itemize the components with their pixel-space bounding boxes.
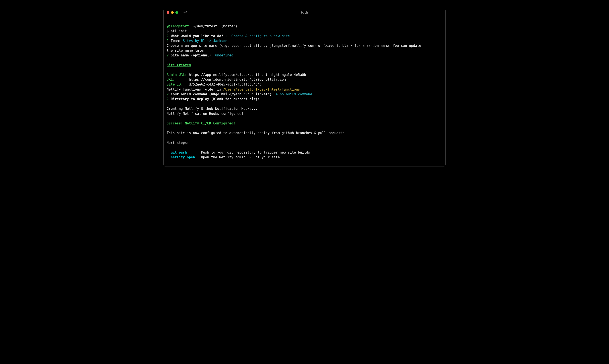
question-label: What would you like to do? [171,34,223,38]
hooks-done: Netlify Notification Hooks configured! [167,111,442,116]
step-command: netlify open [171,155,195,159]
step-description: Push to your git repository to trigger n… [201,151,310,155]
site-id-label: Site ID: [167,82,183,86]
zoom-button[interactable] [175,11,178,14]
admin-url-label: Admin URL: [167,73,187,77]
question-label: Your build command (hugo build/yarn run … [171,92,274,96]
question-site-name: ? Site name (optional): undefined [167,53,442,58]
question-build-command: ? Your build command (hugo build/yarn ru… [167,92,442,97]
question-mark-icon: ? [167,39,169,43]
command-text: ntl init [171,29,187,33]
question-mark-icon: ? [167,53,169,57]
close-button[interactable] [167,11,169,14]
terminal-window: ⌥⌘1 bash @jlengstorf: ~/dev/fntest (mast… [163,9,446,167]
question-mark-icon: ? [167,97,169,101]
prompt-symbol: $ [167,29,169,33]
question-mark-icon: ? [167,34,169,38]
question-answer: Sites by Blitz Jackson [183,39,227,43]
hooks-creating: Creating Netlify Github Notification Hoo… [167,106,442,111]
prompt-path: ~/dev/fntest [193,24,217,28]
titlebar: ⌥⌘1 bash [164,9,445,16]
step-description: Open the Netlify admin URL of your site [201,155,280,159]
command-line: $ ntl init [167,29,442,33]
question-mark-icon: ? [167,92,169,96]
question-answer: undefined [215,53,233,57]
url-row: URL: https://confident-nightingale-4e5a0… [167,77,442,82]
next-steps-label: Next steps: [167,141,442,145]
admin-url-value: https://app.netlify.com/sites/confident-… [189,73,306,77]
question-deploy-dir: ? Directory to deploy (blank for current… [167,97,442,102]
window-title: bash [301,11,308,14]
site-id-value: d752ae62-c432-40e5-ac31-f5bffbb54d4c [189,82,262,86]
next-step-row: git push Push to your git repository to … [167,150,442,155]
traffic-lights [167,11,178,14]
admin-url-row: Admin URL: https://app.netlify.com/sites… [167,72,442,77]
functions-folder-row: Netlify functions folder is /Users/jleng… [167,87,442,92]
question-label: Directory to deploy (blank for current d… [171,97,259,101]
prompt-user: @jlengstorf: [167,24,191,28]
url-label: URL: [167,78,175,82]
question-answer: Create & configure a new site [231,34,290,38]
question-label: Team: [171,39,181,43]
prompt-line: @jlengstorf: ~/dev/fntest (master) [167,24,442,29]
question-action: ? What would you like to do? + Create & … [167,34,442,39]
question-answer: # no build command [276,92,312,96]
question-team: ? Team: Sites by Blitz Jackson [167,39,442,43]
functions-folder-path: /Users/jlengstorf/dev/fntest/functions [223,88,300,91]
success-heading: Success! Netlify CI/CD Configured! [167,121,442,126]
functions-folder-prefix: Netlify functions folder is [167,88,223,91]
site-name-hint: Choose a unique site name (e.g. super-co… [167,43,442,53]
site-created-heading: Site Created [167,63,442,68]
question-label: Site name (optional): [171,53,213,57]
step-command: git push [171,151,187,155]
terminal-output[interactable]: @jlengstorf: ~/dev/fntest (master)$ ntl … [164,16,445,166]
minimize-button[interactable] [171,11,174,14]
site-id-row: Site ID: d752ae62-c432-40e5-ac31-f5bffbb… [167,82,442,87]
plus-icon: + [225,34,227,38]
url-value: https://confident-nightingale-4e5a0b.net… [189,78,286,82]
next-step-row: netlify open Open the Netlify admin URL … [167,155,442,160]
success-body: This site is now configured to automatic… [167,130,442,135]
prompt-branch: (master) [221,24,237,28]
tab-indicator: ⌥⌘1 [182,11,187,14]
